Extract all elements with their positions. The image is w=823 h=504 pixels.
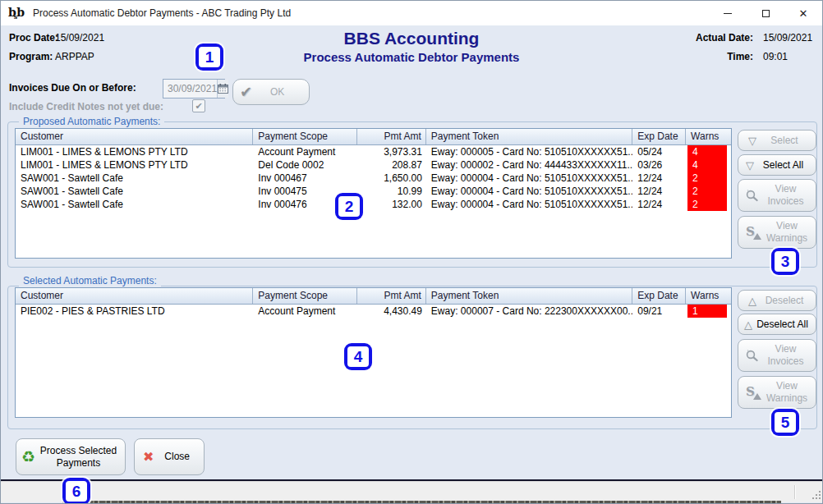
calendar-picker-button[interactable]: [217, 80, 228, 98]
ok-check-icon: ✔: [240, 83, 252, 101]
cell-exp-date: 05/24: [632, 145, 686, 158]
close-button[interactable]: ✖ Close: [134, 438, 205, 475]
cell-payment-token: Eway: 000005 - Card No: 510510XXXXXX51..…: [426, 145, 632, 158]
cell-customer: SAW001 - Sawtell Cafe: [16, 185, 253, 198]
status-bar-divider: [794, 485, 795, 499]
maximize-icon: [762, 10, 770, 17]
ok-button[interactable]: ✔ OK: [232, 79, 310, 105]
magnifier-icon: [745, 189, 759, 202]
cell-customer: SAW001 - Sawtell Cafe: [16, 198, 253, 211]
app-window: bsb Process Automatic Debtor Payments - …: [0, 0, 823, 504]
deselect-button[interactable]: △ Deselect: [738, 290, 816, 311]
app-title: BBS Accounting: [344, 29, 480, 48]
include-credit-notes-checkbox[interactable]: ✔: [192, 99, 205, 112]
time-value: 09:01: [763, 51, 788, 62]
deselect-all-button[interactable]: △ Deselect All: [738, 314, 816, 335]
selected-group-label: Selected Automatic Payments:: [19, 275, 161, 286]
invoices-due-date-field[interactable]: 30/09/2021: [163, 79, 225, 99]
view-invoices-button-proposed[interactable]: View Invoices: [738, 179, 816, 212]
process-selected-payments-button[interactable]: ♻ Process Selected Payments: [16, 438, 126, 475]
ok-label: OK: [252, 86, 302, 99]
cell-customer: LIM001 - LIMES & LEMONS PTY LTD: [16, 145, 253, 158]
payment-row[interactable]: SAW001 - Sawtell Cafe Inv 000475 10.99 E…: [16, 185, 731, 198]
actual-date-value: 15/09/2021: [763, 32, 812, 44]
cell-pmt-amt: 10.99: [357, 185, 426, 198]
cell-pmt-amt: 132.00: [357, 198, 426, 211]
resize-grip[interactable]: [812, 490, 822, 501]
cell-pmt-amt: 208.87: [357, 158, 426, 172]
cell-payment-token: Eway: 000004 - Card No: 510510XXXXXX51..…: [426, 172, 632, 185]
invoices-due-label: Invoices Due On or Before:: [9, 82, 136, 94]
callout-5: 5: [771, 409, 799, 436]
selected-payments-table: Customer Payment Scope Pmt Amt Payment T…: [15, 287, 732, 418]
column-header-exp-date: Exp Date: [632, 129, 686, 144]
status-bar: [1, 481, 823, 502]
deselect-triangle-icon: △: [748, 295, 756, 307]
cell-payment-scope: Account Payment: [253, 305, 357, 318]
column-header-customer: Customer: [16, 129, 253, 144]
minimize-button[interactable]: [709, 1, 747, 25]
column-header-pmt-amt: Pmt Amt: [357, 129, 426, 144]
warns-badge: 2: [687, 172, 727, 185]
select-all-button[interactable]: ▽ Select All: [738, 154, 816, 176]
payment-row[interactable]: SAW001 - Sawtell Cafe Inv 000476 132.00 …: [16, 198, 731, 211]
warning-icon: S: [745, 385, 761, 400]
view-warnings-button-proposed[interactable]: S View Warnings: [738, 216, 816, 249]
select-button[interactable]: ▽ Select: [738, 130, 816, 151]
page-title: Process Automatic Debtor Payments: [304, 50, 520, 64]
cell-customer: SAW001 - Sawtell Cafe: [16, 172, 253, 185]
warns-badge: 4: [687, 158, 727, 172]
select-all-triangle-icon: ▽: [746, 159, 754, 172]
cell-payment-scope: Inv 000467: [253, 172, 357, 185]
cell-exp-date: 12/24: [632, 172, 686, 185]
payment-row[interactable]: LIM001 - LIMES & LEMONS PTY LTD Account …: [16, 145, 731, 158]
proc-date-value: 15/09/2021: [55, 32, 104, 44]
cell-exp-date: 03/26: [632, 158, 686, 172]
column-header-exp-date: Exp Date: [632, 288, 686, 304]
calendar-icon: [218, 84, 228, 94]
view-warnings-button-selected[interactable]: S View Warnings: [738, 376, 816, 409]
close-icon: ✕: [799, 8, 808, 19]
time-label: Time:: [727, 51, 753, 62]
proposed-table-header: Customer Payment Scope Pmt Amt Payment T…: [16, 129, 731, 145]
close-window-button[interactable]: ✕: [784, 1, 822, 25]
payment-row[interactable]: LIM001 - LIMES & LEMONS PTY LTD Del Code…: [16, 158, 731, 172]
column-header-payment-token: Payment Token: [426, 288, 632, 304]
app-logo-icon: bsb: [8, 6, 28, 21]
select-triangle-icon: ▽: [748, 135, 756, 147]
proposed-group-label: Proposed Automatic Payments:: [19, 116, 164, 127]
proc-date-label: Proc Date:: [9, 32, 58, 44]
cell-pmt-amt: 1,650.00: [357, 172, 426, 185]
window-controls: ✕: [709, 1, 822, 25]
cell-payment-token: Eway: 000004 - Card No: 510510XXXXXX51..…: [426, 198, 632, 211]
close-x-icon: ✖: [143, 449, 154, 465]
window-title: Process Automatic Debtor Payments - ABC …: [33, 7, 291, 19]
callout-2: 2: [335, 193, 363, 220]
cell-customer: PIE002 - PIES & PASTRIES LTD: [16, 305, 253, 318]
warns-badge: 2: [687, 185, 727, 198]
cell-payment-token: Eway: 000002 - Card No: 444433XXXXXX11..…: [426, 158, 632, 172]
column-header-warns: Warns: [686, 129, 731, 144]
column-header-payment-scope: Payment Scope: [253, 129, 357, 144]
recycle-icon: ♻: [21, 447, 35, 466]
cell-exp-date: 12/24: [632, 185, 686, 198]
maximize-button[interactable]: [747, 1, 784, 25]
column-header-payment-token: Payment Token: [426, 129, 632, 144]
minimize-icon: [724, 13, 732, 14]
cell-payment-scope: Account Payment: [253, 145, 357, 158]
cell-pmt-amt: 4,430.49: [357, 305, 426, 318]
cell-customer: LIM001 - LIMES & LEMONS PTY LTD: [16, 158, 253, 172]
cell-payment-scope: Del Code 0002: [253, 158, 357, 172]
magnifier-icon: [745, 349, 759, 362]
warning-icon: S: [745, 225, 761, 240]
deselect-all-triangle-icon: △: [744, 318, 752, 331]
cell-pmt-amt: 3,973.31: [357, 145, 426, 158]
callout-1: 1: [195, 44, 223, 71]
payment-row[interactable]: SAW001 - Sawtell Cafe Inv 000467 1,650.0…: [16, 172, 731, 185]
column-header-warns: Warns: [686, 288, 731, 304]
payment-row[interactable]: PIE002 - PIES & PASTRIES LTD Account Pay…: [16, 305, 731, 318]
view-invoices-button-selected[interactable]: View Invoices: [738, 339, 816, 372]
cell-exp-date: 09/21: [632, 305, 686, 318]
program-value: ARPPAP: [55, 51, 94, 62]
program-label: Program:: [9, 51, 53, 62]
